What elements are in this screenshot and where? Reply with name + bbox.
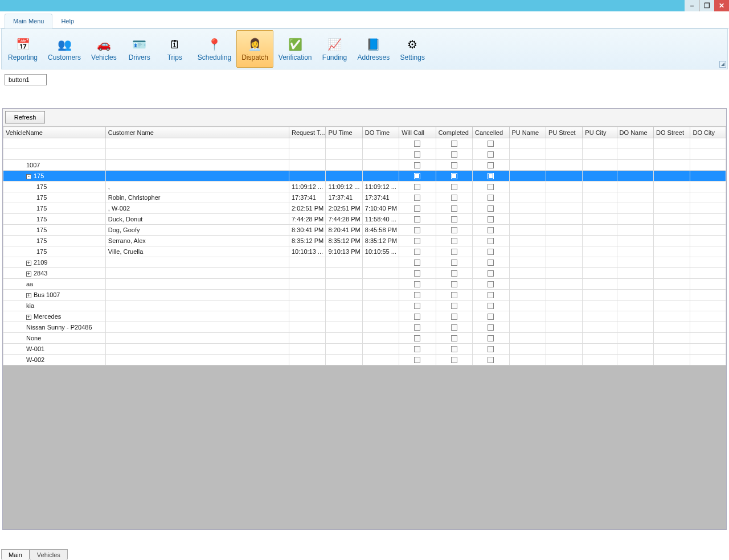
checkbox-icon[interactable] [488, 260, 494, 266]
checkbox-icon[interactable] [414, 141, 420, 147]
table-row[interactable]: +Mercedes [3, 311, 726, 322]
cell-cancelled[interactable] [473, 236, 509, 246]
checkbox-icon[interactable] [414, 205, 420, 212]
checkbox-icon[interactable] [451, 260, 457, 266]
ribbon-funding-button[interactable]: 📈Funding [317, 30, 353, 68]
cell-willcall[interactable] [399, 225, 436, 236]
checkbox-icon[interactable] [414, 292, 420, 298]
ribbon-verification-button[interactable]: ✅Verification [273, 30, 317, 68]
cell-cancelled[interactable] [473, 290, 509, 300]
col-pu-time[interactable]: PU Time [326, 127, 362, 138]
table-row[interactable]: 175Ville, Cruella10:10:13 ...9:10:13 PM1… [3, 246, 726, 257]
cell-completed[interactable] [436, 182, 472, 192]
table-row[interactable]: 175Robin, Christopher17:37:4117:37:4117:… [3, 192, 726, 203]
col-completed[interactable]: Completed [436, 127, 472, 138]
cell-cancelled[interactable] [473, 344, 509, 355]
table-header-row[interactable]: VehicleName Customer Name Request T... P… [3, 127, 726, 138]
table-row[interactable]: 175, W-0022:02:51 PM2:02:51 PM7:10:40 PM [3, 203, 726, 214]
cell-cancelled[interactable] [473, 355, 509, 365]
window-maximize-button[interactable]: ❐ [699, 0, 714, 11]
cell-completed[interactable] [436, 246, 472, 257]
checkbox-icon[interactable] [451, 216, 457, 223]
cell-cancelled[interactable] [473, 333, 509, 344]
collapse-icon[interactable]: - [26, 174, 31, 179]
checkbox-icon[interactable] [414, 314, 420, 320]
cell-willcall[interactable] [399, 257, 436, 268]
checkbox-icon[interactable] [414, 216, 420, 223]
checkbox-icon[interactable] [451, 141, 457, 147]
cell-cancelled[interactable] [473, 160, 509, 171]
checkbox-icon[interactable] [488, 357, 494, 363]
cell-completed[interactable] [436, 138, 472, 149]
cell-willcall[interactable] [399, 192, 436, 203]
cell-completed[interactable] [436, 268, 472, 279]
table-row[interactable]: +2843 [3, 268, 726, 279]
ribbon-expand-icon[interactable]: ◢ [719, 61, 726, 68]
tab-help[interactable]: Help [52, 14, 83, 28]
cell-cancelled[interactable] [473, 311, 509, 322]
cell-cancelled[interactable] [473, 171, 509, 182]
col-pu-city[interactable]: PU City [583, 127, 617, 138]
ribbon-reporting-button[interactable]: 📅Reporting [3, 30, 43, 68]
cell-willcall[interactable] [399, 268, 436, 279]
cell-willcall[interactable] [399, 203, 436, 214]
col-do-name[interactable]: DO Name [617, 127, 653, 138]
table-row[interactable]: W-002 [3, 355, 726, 365]
cell-completed[interactable] [436, 355, 472, 365]
refresh-button[interactable]: Refresh [5, 111, 45, 123]
cell-willcall[interactable] [399, 279, 436, 290]
checkbox-icon[interactable] [451, 249, 457, 255]
expand-icon[interactable]: + [26, 293, 31, 298]
cell-completed[interactable] [436, 171, 472, 182]
cell-willcall[interactable] [399, 300, 436, 311]
col-cancelled[interactable]: Cancelled [473, 127, 509, 138]
dispatch-table[interactable]: VehicleName Customer Name Request T... P… [3, 126, 726, 365]
cell-willcall[interactable] [399, 236, 436, 246]
cell-cancelled[interactable] [473, 279, 509, 290]
checkbox-icon[interactable] [414, 227, 420, 233]
checkbox-icon[interactable] [488, 141, 494, 147]
cell-willcall[interactable] [399, 171, 436, 182]
table-row[interactable]: +Bus 1007 [3, 290, 726, 300]
ribbon-addresses-button[interactable]: 📘Addresses [353, 30, 395, 68]
cell-cancelled[interactable] [473, 192, 509, 203]
checkbox-icon[interactable] [451, 324, 457, 331]
checkbox-icon[interactable] [488, 227, 494, 233]
checkbox-icon[interactable] [488, 346, 494, 352]
table-row[interactable]: 175Duck, Donut7:44:28 PM7:44:28 PM11:58:… [3, 214, 726, 225]
col-pu-name[interactable]: PU Name [509, 127, 546, 138]
cell-completed[interactable] [436, 149, 472, 160]
cell-completed[interactable] [436, 311, 472, 322]
checkbox-icon[interactable] [414, 249, 420, 255]
checkbox-icon[interactable] [451, 303, 457, 309]
table-row[interactable]: aa [3, 279, 726, 290]
checkbox-icon[interactable] [451, 173, 457, 179]
checkbox-icon[interactable] [451, 270, 457, 277]
cell-willcall[interactable] [399, 333, 436, 344]
cell-willcall[interactable] [399, 160, 436, 171]
ribbon-settings-button[interactable]: ⚙Settings [395, 30, 430, 68]
checkbox-icon[interactable] [414, 303, 420, 309]
ribbon-dispatch-button[interactable]: 👩‍💼Dispatch [236, 30, 273, 68]
cell-completed[interactable] [436, 322, 472, 333]
checkbox-icon[interactable] [488, 173, 494, 179]
ribbon-trips-button[interactable]: 🗓Trips [157, 30, 193, 68]
checkbox-icon[interactable] [451, 335, 457, 341]
table-row[interactable]: 175Serrano, Alex8:35:12 PM8:35:12 PM8:35… [3, 236, 726, 246]
table-row[interactable]: 175,11:09:12 ...11:09:12 ...11:09:12 ... [3, 182, 726, 192]
bottom-tab-vehicles[interactable]: Vehicles [30, 549, 68, 560]
cell-willcall[interactable] [399, 149, 436, 160]
table-row[interactable]: W-001 [3, 344, 726, 355]
checkbox-icon[interactable] [451, 151, 457, 158]
cell-completed[interactable] [436, 236, 472, 246]
bottom-tab-main[interactable]: Main [1, 549, 30, 560]
cell-willcall[interactable] [399, 138, 436, 149]
table-row[interactable]: None [3, 333, 726, 344]
col-do-street[interactable]: DO Street [654, 127, 690, 138]
checkbox-icon[interactable] [488, 238, 494, 244]
cell-completed[interactable] [436, 333, 472, 344]
cell-willcall[interactable] [399, 355, 436, 365]
cell-completed[interactable] [436, 290, 472, 300]
checkbox-icon[interactable] [414, 162, 420, 168]
checkbox-icon[interactable] [488, 216, 494, 223]
